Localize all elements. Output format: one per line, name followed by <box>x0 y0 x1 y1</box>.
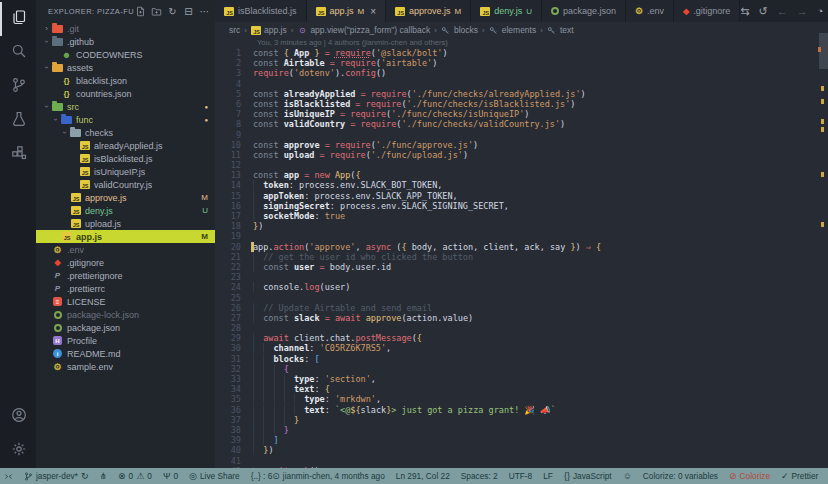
code-line[interactable]: 39 ] <box>215 435 828 445</box>
tree-item-func[interactable]: ›func● <box>36 113 215 126</box>
gitlens-status[interactable]: ⋔ <box>100 471 108 481</box>
tree-item-sample.env[interactable]: ⚙sample.env <box>36 360 215 373</box>
breadcrumb-item[interactable]: src <box>229 25 240 35</box>
tree-item-checks[interactable]: ›checks <box>36 126 215 139</box>
ports-status[interactable]: Ψ0 <box>163 471 178 481</box>
code-line[interactable]: 28 <box>215 323 828 333</box>
prettier-status[interactable]: ✓Prettier <box>781 471 818 481</box>
new-file-icon[interactable] <box>134 5 147 18</box>
tree-item-README.md[interactable]: iREADME.md <box>36 347 215 360</box>
code-line[interactable]: 7const isUniqueIP = require('./func/chec… <box>215 109 828 119</box>
tree-item-isBlacklisted.js[interactable]: JSisBlacklisted.js <box>36 152 215 165</box>
tree-item-CODEOWNERS[interactable]: ☻CODEOWNERS <box>36 48 215 61</box>
encoding-status[interactable]: UTF-8 <box>509 471 533 481</box>
code-line[interactable]: 20app.action('approve', async ({ body, a… <box>215 242 828 252</box>
code-line[interactable]: 40 }) <box>215 445 828 455</box>
code-line[interactable]: 8const validCountry = require('./func/ch… <box>215 119 828 129</box>
activitybar-testing[interactable] <box>0 104 36 138</box>
activitybar-search[interactable] <box>0 36 36 70</box>
activitybar-settings[interactable] <box>0 434 36 468</box>
code-line[interactable]: 23 <box>215 272 828 282</box>
code-line[interactable]: 27 const slack = await approve(action.va… <box>215 313 828 323</box>
code-line[interactable]: 32 { <box>215 364 828 374</box>
code-line[interactable]: 5const alreadyApplied = require('./func/… <box>215 89 828 99</box>
eol-status[interactable]: LF <box>543 471 553 481</box>
tree-item-blacklist.json[interactable]: {}blacklist.json <box>36 74 215 87</box>
tree-item-Procfile[interactable]: HProcfile <box>36 334 215 347</box>
tree-item-.prettierignore[interactable]: P.prettierignore <box>36 269 215 282</box>
refresh-icon[interactable]: ↻ <box>166 5 179 18</box>
breadcrumb-item[interactable]: elements <box>489 25 537 35</box>
new-folder-icon[interactable] <box>150 5 163 18</box>
code-line[interactable]: 26 // Update Airtable and send email <box>215 303 828 313</box>
gitlens-blame-lens[interactable]: You, 3 minutes ago | 4 authors (jianmin-… <box>215 38 828 48</box>
code-line[interactable]: 18}) <box>215 221 828 231</box>
colorize-error-status[interactable]: ⊘Colorize <box>729 471 770 481</box>
tree-item-.env[interactable]: ⚙.env <box>36 243 215 256</box>
more-actions-icon[interactable]: ⋯ <box>198 5 211 18</box>
revert-file-icon[interactable]: ↺ <box>758 5 767 18</box>
code-line[interactable]: 6const isBlacklisted = require('./func/c… <box>215 99 828 109</box>
code-line[interactable]: 2const Airtable = require('airtable') <box>215 58 828 68</box>
tree-item-upload.js[interactable]: JSupload.js <box>36 217 215 230</box>
tree-item-deny.js[interactable]: JSdeny.jsU <box>36 204 215 217</box>
live-share-status[interactable]: ◎Live Share <box>189 471 240 481</box>
code-line[interactable]: 30 channel: 'C05RZ6K7RS5', <box>215 343 828 353</box>
code-line[interactable]: 9 <box>215 130 828 140</box>
tree-item-assets[interactable]: ›assets <box>36 61 215 74</box>
tab-app.js[interactable]: JSapp.jsM× <box>307 0 387 22</box>
code-line[interactable]: 17 socketMode: true <box>215 211 828 221</box>
code-editor[interactable]: You, 3 minutes ago | 4 authors (jianmin-… <box>215 38 828 468</box>
code-line[interactable]: 42 await ack() <box>215 466 828 468</box>
code-line[interactable]: 16 signingSecret: process.env.SLACK_SIGN… <box>215 201 828 211</box>
language-mode-status[interactable]: {}JavaScript <box>564 471 612 481</box>
code-line[interactable]: 11const upload = require('./func/upload.… <box>215 150 828 160</box>
code-line[interactable]: 33 type: 'section', <box>215 374 828 384</box>
code-line[interactable]: 19 <box>215 231 828 241</box>
tree-item-.github[interactable]: ›.github <box>36 35 215 48</box>
code-line[interactable]: 34 text: { <box>215 384 828 394</box>
code-line[interactable]: 13const app = new App({ <box>215 170 828 180</box>
close-icon[interactable]: × <box>370 6 376 17</box>
breadcrumb-item[interactable]: blocks <box>441 25 478 35</box>
code-line[interactable]: 14 token: process.env.SLACK_BOT_TOKEN, <box>215 180 828 190</box>
code-line[interactable]: 21 // get the user id who clicked the bu… <box>215 252 828 262</box>
collapse-all-icon[interactable]: ⊟ <box>182 5 195 18</box>
cursor-position-status[interactable]: Ln 291, Col 22 <box>396 471 450 481</box>
activitybar-source-control[interactable] <box>0 70 36 104</box>
breadcrumb-item[interactable]: JSapp.js <box>251 25 287 35</box>
code-line[interactable]: 29 await client.chat.postMessage({ <box>215 333 828 343</box>
tree-item-alreadyApplied.js[interactable]: JSalreadyApplied.js <box>36 139 215 152</box>
run-icon[interactable]: ◔ <box>817 5 824 17</box>
tree-item-approve.js[interactable]: JSapprove.jsM <box>36 191 215 204</box>
tree-item-.gitignore[interactable]: ◆.gitignore <box>36 256 215 269</box>
git-branch-status[interactable]: jasper-dev*↻ <box>24 471 89 481</box>
tree-item-package-lock.json[interactable]: package-lock.json <box>36 308 215 321</box>
code-line[interactable]: 36 text: `<@${slack}> just got a pizza g… <box>215 405 828 415</box>
tree-item-app.js[interactable]: JSapp.jsM <box>36 230 215 243</box>
tab-deny.js[interactable]: JSdeny.jsU <box>471 0 542 22</box>
tree-item-validCountry.js[interactable]: JSvalidCountry.js <box>36 178 215 191</box>
code-line[interactable]: 22 const user = body.user.id <box>215 262 828 272</box>
code-line[interactable]: 10const approve = require('./func/approv… <box>215 140 828 150</box>
breadcrumb-item[interactable]: text <box>547 25 574 35</box>
bracket-count-status[interactable]: {..} : 6 <box>251 471 273 481</box>
tab-.env[interactable]: ⚙.env <box>626 0 674 22</box>
code-line[interactable]: 41 <box>215 456 828 466</box>
code-line[interactable]: 24 console.log(user) <box>215 282 828 292</box>
code-line[interactable]: 4 <box>215 79 828 89</box>
open-changes-icon[interactable]: ⇆ <box>740 5 749 18</box>
code-line[interactable]: 31 blocks: [ <box>215 354 828 364</box>
tab-isBlacklisted.js[interactable]: JSisBlacklisted.js <box>215 0 307 22</box>
colorize-variables-status[interactable]: Colorize: 0 variables <box>643 471 718 481</box>
tab-.gitignore[interactable]: ◆.gitignore <box>674 0 740 22</box>
tree-item-countries.json[interactable]: {}countries.json <box>36 87 215 100</box>
tree-item-src[interactable]: ›src● <box>36 100 215 113</box>
code-line[interactable]: 37 } <box>215 415 828 425</box>
activitybar-explorer[interactable] <box>0 2 36 36</box>
code-line[interactable]: 38 } <box>215 425 828 435</box>
tree-item-.git[interactable]: ›.git <box>36 22 215 35</box>
tab-package.json[interactable]: package.json <box>542 0 626 22</box>
blame-info-status[interactable]: ⊙jianmin-chen, 4 months ago <box>272 471 384 481</box>
code-line[interactable]: 25 <box>215 293 828 303</box>
